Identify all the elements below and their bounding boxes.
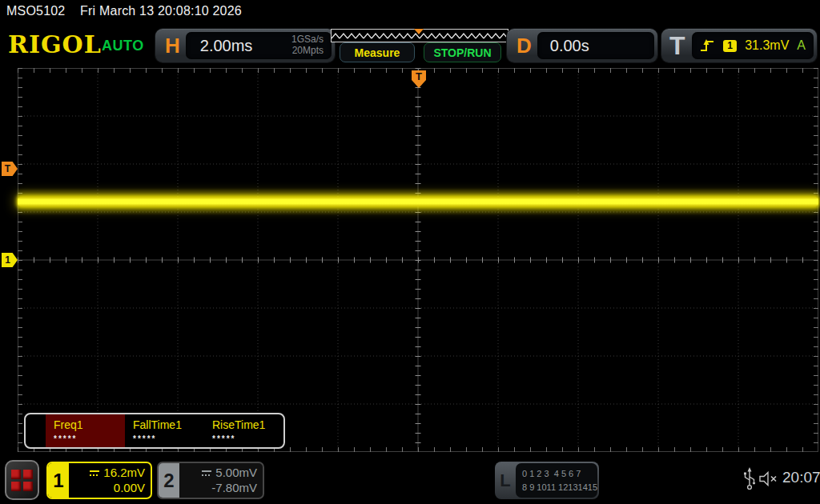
measurement-item-risetime1[interactable]: RiseTime1 *****	[204, 414, 283, 447]
channel2-number-tab[interactable]: 2	[159, 463, 179, 498]
graticule-grid	[18, 68, 818, 452]
trigger-values: 1 31.3mV A	[692, 32, 814, 59]
logic-channels-row2: 8 9 1011 12131415	[522, 481, 597, 494]
delay-label: D	[517, 34, 532, 58]
measurement-value: *****	[54, 434, 125, 443]
status-bar: MSO5102 Fri March 13 20:08:10 2026	[6, 4, 242, 18]
trigger-source-badge: 1	[723, 40, 737, 52]
channel2-status-box[interactable]: 2 5.00mV -7.80mV	[157, 462, 264, 499]
menu-grid-icon	[23, 482, 33, 491]
logic-channels-row1: 0 1 2 3 4 5 6 7	[522, 467, 597, 481]
delay-settings-box[interactable]: D 0.00s	[507, 29, 657, 62]
logic-channel-list: 0 1 2 3 4 5 6 7 8 9 1011 12131415	[516, 463, 597, 498]
measurement-label: RiseTime1	[212, 418, 283, 431]
speaker-muted-icon[interactable]	[759, 471, 779, 486]
channel1-number-tab[interactable]: 1	[48, 463, 69, 498]
channel1-offset: 0.00V	[114, 481, 145, 496]
measurement-label: Freq1	[54, 418, 125, 431]
measurement-item-freq1[interactable]: Freq1 *****	[46, 414, 125, 447]
horizontal-settings-box[interactable]: H 2.00ms 1GSa/s 20Mpts	[155, 29, 335, 62]
waveform-display	[18, 68, 818, 452]
measure-button[interactable]: Measure	[340, 42, 415, 62]
delay-value: 0.00s	[550, 37, 589, 55]
measurement-value: *****	[133, 434, 204, 443]
horizontal-values: 2.00ms 1GSa/s 20Mpts	[186, 32, 332, 59]
trigger-label: T	[669, 31, 685, 61]
delay-values: 0.00s	[537, 32, 654, 59]
channel1-waveform-trace[interactable]	[18, 197, 818, 206]
trigger-sweep-mode: A	[797, 38, 806, 53]
measurement-item-falltime1[interactable]: FallTime1 *****	[125, 414, 204, 447]
rigol-logo: RIGOL	[8, 30, 102, 58]
logic-analyzer-tab[interactable]: L	[495, 462, 516, 499]
dc-coupling-icon	[89, 469, 100, 477]
menu-grid-icon	[11, 470, 21, 479]
datetime-text: Fri March 13 20:08:10 2026	[80, 4, 242, 18]
oscilloscope-screen: MSO5102 Fri March 13 20:08:10 2026 RIGOL…	[0, 0, 820, 504]
usb-icon	[743, 466, 756, 490]
acquisition-mode-label: AUTO	[102, 38, 144, 54]
channel1-offset-marker[interactable]: 1	[2, 253, 18, 267]
channel1-status-box[interactable]: 1 16.2mV 0.00V	[46, 462, 152, 499]
waveform-preview-strip[interactable]	[331, 29, 508, 42]
channel2-values: 5.00mV -7.80mV	[179, 463, 263, 498]
logic-analyzer-status-box[interactable]: L 0 1 2 3 4 5 6 7 8 9 1011 12131415	[495, 462, 599, 499]
channel2-offset: -7.80mV	[211, 481, 257, 496]
measurement-label: FallTime1	[133, 418, 204, 431]
sample-rate: 1GSa/s	[291, 34, 324, 46]
acquisition-info: 1GSa/s 20Mpts	[291, 34, 324, 57]
stop-run-button[interactable]: STOP/RUN	[424, 42, 501, 62]
menu-grid-button[interactable]	[5, 460, 39, 500]
model-name: MSO5102	[6, 4, 65, 18]
menu-grid-icon	[23, 470, 33, 479]
channel1-scale: 16.2mV	[103, 466, 145, 481]
dc-coupling-icon	[201, 469, 212, 477]
measurement-panel: Freq1 ***** FallTime1 ***** RiseTime1 **…	[24, 413, 285, 449]
timebase-value: 2.00ms	[200, 37, 253, 55]
trigger-level-value: 31.3mV	[745, 38, 789, 53]
rising-edge-icon	[699, 38, 715, 53]
trigger-settings-box[interactable]: T 1 31.3mV A	[661, 29, 817, 62]
horizontal-label: H	[165, 34, 180, 58]
preview-trigger-position-icon[interactable]	[414, 29, 424, 34]
memory-depth: 20Mpts	[291, 46, 324, 57]
channel2-scale: 5.00mV	[215, 466, 257, 481]
menu-grid-icon	[11, 482, 21, 491]
channel1-values: 16.2mV 0.00V	[69, 463, 151, 498]
trigger-level-marker[interactable]: T	[2, 162, 18, 176]
clock-text: 20:07	[782, 469, 820, 486]
measurement-value: *****	[212, 434, 283, 443]
